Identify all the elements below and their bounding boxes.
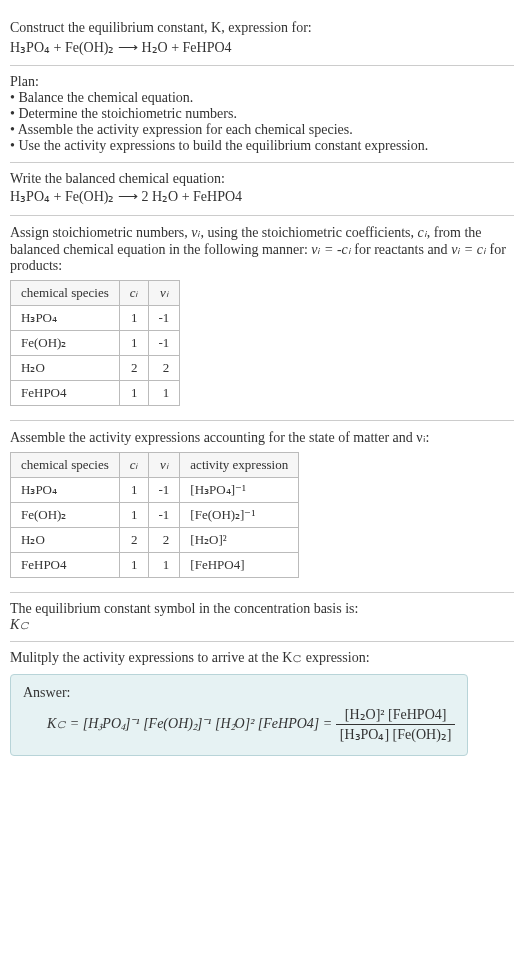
cell-expr: [FeHPO4] <box>180 552 299 577</box>
col-ci: cᵢ <box>119 452 148 477</box>
plan-heading: Plan: <box>10 74 514 90</box>
table-row: H₃PO₄ 1 -1 [H₃PO₄]⁻¹ <box>11 477 299 502</box>
cell-vi: -1 <box>148 477 180 502</box>
stoich-t4: for reactants and <box>351 242 451 257</box>
kc-symbol-line1: The equilibrium constant symbol in the c… <box>10 601 514 617</box>
cell-ci: 2 <box>119 527 148 552</box>
answer-label: Answer: <box>23 685 455 701</box>
prompt-line1: Construct the equilibrium constant, K, e… <box>10 18 514 38</box>
stoich-t1: Assign stoichiometric numbers, <box>10 225 191 240</box>
plan-item-1: • Balance the chemical equation. <box>10 90 514 106</box>
plan-item-3: • Assemble the activity expression for e… <box>10 122 514 138</box>
table-row: FeHPO4 1 1 <box>11 380 180 405</box>
balanced-heading: Write the balanced chemical equation: <box>10 171 514 187</box>
cell-species: H₃PO₄ <box>11 305 120 330</box>
cell-ci: 1 <box>119 380 148 405</box>
stoich-rel1: νᵢ = -cᵢ <box>311 242 351 257</box>
activity-intro: Assemble the activity expressions accoun… <box>10 429 514 446</box>
stoich-rel2: νᵢ = cᵢ <box>451 242 486 257</box>
cell-vi: -1 <box>148 305 180 330</box>
table-row: Fe(OH)₂ 1 -1 <box>11 330 180 355</box>
table-row: Fe(OH)₂ 1 -1 [Fe(OH)₂]⁻¹ <box>11 502 299 527</box>
fraction-denominator: [H₃PO₄] [Fe(OH)₂] <box>336 725 456 745</box>
cell-vi: -1 <box>148 330 180 355</box>
cell-ci: 1 <box>119 330 148 355</box>
cell-species: H₂O <box>11 527 120 552</box>
balanced-equation: H₃PO₄ + Fe(OH)₂ ⟶ 2 H₂O + FeHPO4 <box>10 187 514 207</box>
multiply-heading: Mulitply the activity expressions to arr… <box>10 650 514 666</box>
col-expr: activity expression <box>180 452 299 477</box>
plan-item-4: • Use the activity expressions to build … <box>10 138 514 154</box>
cell-ci: 1 <box>119 305 148 330</box>
cell-expr: [H₂O]² <box>180 527 299 552</box>
cell-ci: 1 <box>119 552 148 577</box>
answer-expression: K𝚌 = [H₃PO₄]⁻¹ [Fe(OH)₂]⁻¹ [H₂O]² [FeHPO… <box>23 701 455 745</box>
stoich-ci: cᵢ <box>418 225 427 240</box>
answer-fraction: [H₂O]² [FeHPO4] [H₃PO₄] [Fe(OH)₂] <box>336 705 456 745</box>
answer-lhs: K𝚌 = [H₃PO₄]⁻¹ [Fe(OH)₂]⁻¹ [H₂O]² [FeHPO… <box>47 716 336 731</box>
cell-species: H₂O <box>11 355 120 380</box>
col-vi: νᵢ <box>148 280 180 305</box>
activity-table: chemical species cᵢ νᵢ activity expressi… <box>10 452 299 578</box>
col-vi: νᵢ <box>148 452 180 477</box>
cell-species: FeHPO4 <box>11 380 120 405</box>
cell-vi: 1 <box>148 380 180 405</box>
stoich-t2: , using the stoichiometric coefficients, <box>200 225 417 240</box>
table-row: H₃PO₄ 1 -1 <box>11 305 180 330</box>
prompt-equation: H₃PO₄ + Fe(OH)₂ ⟶ H₂O + FeHPO4 <box>10 38 514 58</box>
col-ci: cᵢ <box>119 280 148 305</box>
cell-species: Fe(OH)₂ <box>11 502 120 527</box>
table-header-row: chemical species cᵢ νᵢ <box>11 280 180 305</box>
cell-ci: 2 <box>119 355 148 380</box>
table-header-row: chemical species cᵢ νᵢ activity expressi… <box>11 452 299 477</box>
cell-expr: [H₃PO₄]⁻¹ <box>180 477 299 502</box>
answer-box: Answer: K𝚌 = [H₃PO₄]⁻¹ [Fe(OH)₂]⁻¹ [H₂O]… <box>10 674 468 756</box>
stoich-table: chemical species cᵢ νᵢ H₃PO₄ 1 -1 Fe(OH)… <box>10 280 180 406</box>
stoich-intro: Assign stoichiometric numbers, νᵢ, using… <box>10 224 514 274</box>
fraction-numerator: [H₂O]² [FeHPO4] <box>336 705 456 726</box>
cell-vi: 2 <box>148 527 180 552</box>
cell-vi: -1 <box>148 502 180 527</box>
cell-species: H₃PO₄ <box>11 477 120 502</box>
cell-ci: 1 <box>119 502 148 527</box>
col-species: chemical species <box>11 452 120 477</box>
cell-vi: 1 <box>148 552 180 577</box>
col-species: chemical species <box>11 280 120 305</box>
plan-item-2: • Determine the stoichiometric numbers. <box>10 106 514 122</box>
kc-symbol-line2: K𝚌 <box>10 617 514 633</box>
table-row: FeHPO4 1 1 [FeHPO4] <box>11 552 299 577</box>
table-row: H₂O 2 2 [H₂O]² <box>11 527 299 552</box>
cell-ci: 1 <box>119 477 148 502</box>
cell-expr: [Fe(OH)₂]⁻¹ <box>180 502 299 527</box>
table-row: H₂O 2 2 <box>11 355 180 380</box>
cell-species: Fe(OH)₂ <box>11 330 120 355</box>
cell-species: FeHPO4 <box>11 552 120 577</box>
cell-vi: 2 <box>148 355 180 380</box>
